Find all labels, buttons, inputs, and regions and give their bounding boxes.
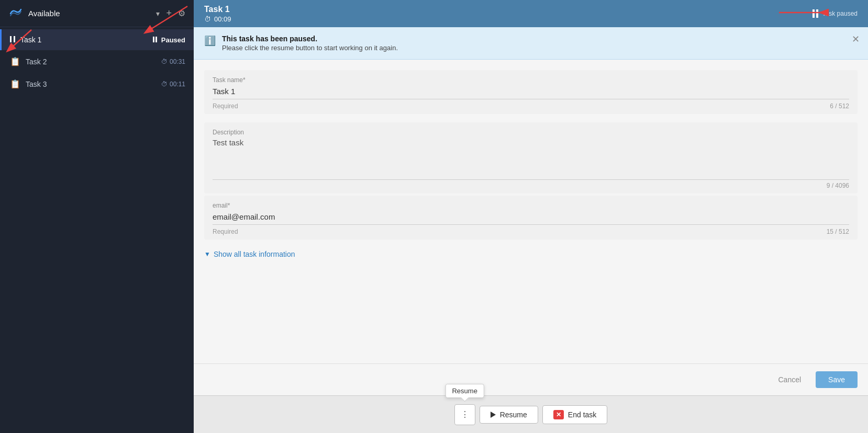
email-label: email*	[213, 202, 849, 209]
end-task-label: End task	[568, 411, 596, 419]
show-all-link[interactable]: ▼ Show all task information	[204, 250, 295, 258]
end-task-icon: ✕	[553, 410, 564, 419]
resume-label: Resume	[500, 411, 527, 419]
resume-tooltip: Resume	[445, 384, 484, 398]
clipboard-icon-2: 📋	[10, 79, 20, 89]
main-header-left: Task 1 ⏱ 00:09	[204, 5, 813, 23]
play-icon	[491, 412, 496, 418]
cancel-button[interactable]: Cancel	[770, 371, 809, 388]
main-header-right: Task paused	[813, 9, 858, 18]
header-pause-icon	[813, 9, 818, 18]
close-banner-button[interactable]: ✕	[852, 33, 860, 45]
banner-title: This task has been paused.	[222, 35, 858, 43]
task-name-footer: Required 6 / 512	[213, 102, 849, 110]
sidebar-header: Available ▾ + ⚙	[0, 0, 194, 27]
info-icon: ℹ️	[204, 35, 216, 47]
task1-name: Task 1	[20, 36, 153, 44]
settings-icon[interactable]: ⚙	[178, 8, 185, 18]
clock-icon: ⏱	[161, 58, 168, 65]
more-options-button[interactable]: ⋮	[454, 404, 475, 425]
task-name-field: Task name* Task 1 Required 6 / 512	[204, 70, 858, 114]
app-logo	[8, 6, 23, 21]
resume-button[interactable]: Resume	[480, 406, 538, 424]
sidebar-item-task2[interactable]: 📋 Task 2 ⏱ 00:31	[0, 50, 194, 73]
task3-timer: ⏱ 00:11	[161, 81, 185, 88]
end-task-button[interactable]: ✕ End task	[542, 405, 607, 424]
show-all-label: Show all task information	[214, 250, 295, 258]
sidebar-item-task3[interactable]: 📋 Task 3 ⏱ 00:11	[0, 73, 194, 95]
main-task-title: Task 1	[204, 5, 813, 14]
task-list: Task 1 Paused 📋 Task 2 ⏱ 00:31	[0, 27, 194, 433]
save-button[interactable]: Save	[816, 371, 858, 388]
task3-name: Task 3	[26, 80, 161, 88]
info-banner: ℹ️ This task has been paused. Please cli…	[194, 27, 868, 60]
description-field: Description Test task 9 / 4096	[204, 122, 858, 193]
main-header-timer: ⏱ 00:09	[204, 15, 813, 23]
triangle-down-icon: ▼	[204, 250, 210, 258]
task-name-required: Required	[213, 102, 238, 110]
description-value[interactable]: Test task	[213, 138, 849, 180]
timer-clock-icon: ⏱	[204, 15, 211, 23]
chevron-down-icon[interactable]: ▾	[156, 9, 160, 18]
sidebar: Available ▾ + ⚙ Task 1 Paused	[0, 0, 194, 433]
banner-subtitle: Please click the resume button to start …	[222, 44, 858, 52]
resume-tooltip-container: Resume ⋮	[454, 404, 475, 425]
banner-text: This task has been paused. Please click …	[222, 35, 858, 52]
pause-icon	[10, 36, 15, 44]
footer-actions: Cancel Save	[194, 363, 868, 395]
clock-icon-2: ⏱	[161, 81, 168, 88]
bottom-bar: Resume ⋮ Resume ✕ End task	[194, 395, 868, 433]
email-required: Required	[213, 228, 238, 235]
task-name-count: 6 / 512	[830, 102, 849, 110]
description-count: 9 / 4096	[213, 182, 849, 189]
task2-name: Task 2	[26, 58, 161, 66]
email-value[interactable]: email@email.com	[213, 211, 849, 225]
task1-paused-badge: Paused	[153, 36, 185, 44]
add-task-icon[interactable]: +	[166, 8, 172, 19]
clipboard-icon: 📋	[10, 56, 20, 66]
task-name-label: Task name*	[213, 76, 849, 84]
description-label: Description	[213, 129, 849, 136]
task-name-value[interactable]: Task 1	[213, 86, 849, 99]
form-area: Task name* Task 1 Required 6 / 512 Descr…	[194, 60, 868, 363]
email-footer: Required 15 / 512	[213, 228, 849, 235]
task2-timer: ⏱ 00:31	[161, 58, 185, 65]
email-field: email* email@email.com Required 15 / 512	[204, 196, 858, 240]
task-paused-label: Task paused	[822, 10, 858, 17]
sidebar-item-task1[interactable]: Task 1 Paused	[0, 29, 194, 50]
sidebar-status-title: Available	[28, 9, 156, 18]
main-header: Task 1 ⏱ 00:09 Task paused	[194, 0, 868, 27]
main-content: Task 1 ⏱ 00:09 Task paused	[194, 0, 868, 433]
email-count: 15 / 512	[827, 228, 849, 235]
